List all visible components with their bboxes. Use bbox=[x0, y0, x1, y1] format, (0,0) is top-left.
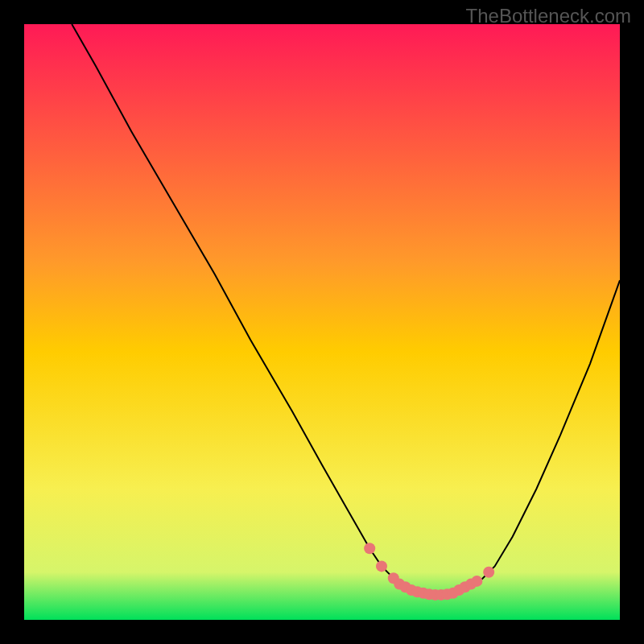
sweet-spot-point bbox=[471, 576, 482, 587]
chart-svg bbox=[24, 24, 620, 620]
sweet-spot-point bbox=[364, 543, 375, 554]
chart-plot-area bbox=[24, 24, 620, 620]
sweet-spot-point bbox=[376, 560, 387, 572]
chart-background-gradient bbox=[24, 24, 620, 620]
watermark-text: TheBottleneck.com bbox=[466, 5, 631, 27]
sweet-spot-point bbox=[483, 567, 494, 578]
